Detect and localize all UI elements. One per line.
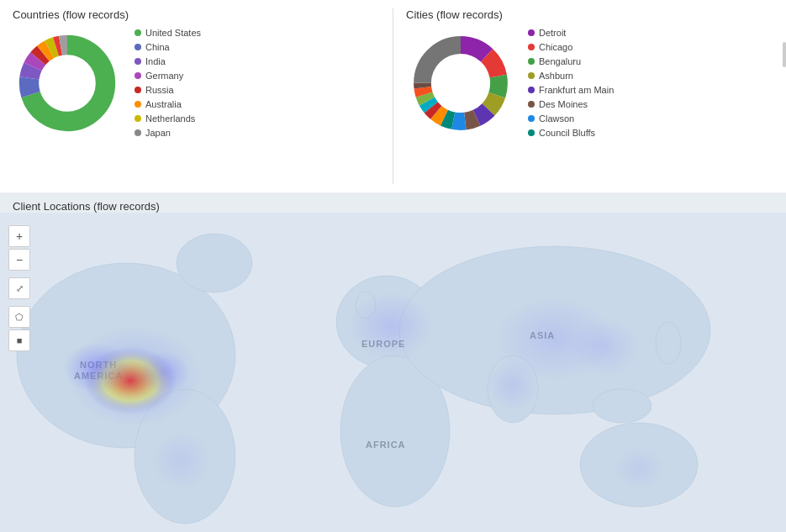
countries-title: Countries (flow records) [13,8,380,21]
legend-dot [528,58,535,65]
legend-item: Chicago [528,42,614,52]
legend-item: India [135,56,201,66]
countries-panel: Countries (flow records) United Stat [0,0,393,192]
legend-dot [135,115,141,122]
world-map: NORTH AMERICA EUROPE ASIA AFRICA [0,213,786,532]
countries-legend: United StatesChinaIndiaGermanyRussiaAust… [135,28,201,138]
legend-dot [528,87,535,93]
svg-point-25 [434,55,488,110]
svg-point-9 [40,55,95,110]
map-section: Client Locations (flow records) + − ⤢ ⬠ … [0,193,786,532]
legend-label: Japan [145,128,171,138]
legend-dot [135,58,141,65]
svg-point-28 [177,234,252,292]
legend-item: Detroit [528,28,614,38]
svg-point-45 [488,360,538,410]
svg-point-35 [593,389,651,423]
svg-point-42 [349,292,433,360]
legend-dot [135,44,141,50]
legend-dot [135,129,141,136]
legend-dot [528,129,535,136]
legend-dot [135,72,141,79]
svg-point-36 [656,322,681,364]
legend-dot [135,101,141,108]
legend-item: Council Bluffs [528,128,614,138]
countries-donut-svg [13,29,122,138]
legend-label: India [145,56,166,66]
legend-label: Clawson [539,113,574,124]
reset-button[interactable]: ⤢ [8,277,30,299]
cities-donut [406,29,515,138]
svg-point-46 [151,431,210,490]
legend-item: Japan [135,128,201,138]
cities-legend: DetroitChicagoBengaluruAshburnFrankfurt … [528,28,614,138]
cities-title: Cities (flow records) [406,8,773,21]
legend-dot [528,29,535,36]
svg-point-47 [614,448,664,490]
legend-label: Australia [145,99,182,109]
legend-dot [528,115,535,122]
legend-item: Russia [135,85,201,95]
legend-label: Des Moines [539,99,588,109]
africa-label: AFRICA [366,440,406,450]
countries-donut [13,29,122,138]
legend-label: Frankfurt am Main [539,85,614,95]
legend-item: Des Moines [528,99,614,109]
scrollbar[interactable] [783,42,786,67]
legend-label: Netherlands [145,113,195,124]
rectangle-tool-button[interactable]: ■ [8,329,30,351]
legend-dot [528,44,535,50]
legend-label: Germany [145,71,183,81]
legend-item: Clawson [528,113,614,124]
svg-point-44 [572,318,639,377]
cities-donut-svg [406,29,515,138]
legend-label: Russia [145,85,174,95]
legend-item: Frankfurt am Main [528,85,614,95]
legend-dot [528,72,535,79]
legend-label: Council Bluffs [539,128,595,138]
legend-label: Detroit [539,28,566,38]
legend-dot [528,101,535,108]
legend-item: Netherlands [135,113,201,124]
legend-dot [135,87,141,93]
legend-item: Australia [135,99,201,109]
legend-item: Bengaluru [528,56,614,66]
svg-point-41 [67,326,202,427]
legend-label: Ashburn [539,71,573,81]
legend-item: Ashburn [528,71,614,81]
legend-label: China [145,42,170,52]
legend-label: Bengaluru [539,56,581,66]
legend-item: Germany [135,71,201,81]
legend-item: China [135,42,201,52]
legend-item: United States [135,28,201,38]
legend-dot [135,29,141,36]
legend-label: Chicago [539,42,572,52]
top-section: Countries (flow records) United Stat [0,0,786,193]
cities-panel: Cities (flow records) [393,0,786,192]
polygon-tool-button[interactable]: ⬠ [8,306,30,328]
map-area: + − ⤢ ⬠ ■ [0,213,786,532]
map-controls: + − ⤢ ⬠ ■ [8,225,30,351]
map-title: Client Locations (flow records) [0,193,786,213]
legend-label: United States [145,28,201,38]
zoom-in-button[interactable]: + [8,225,30,247]
zoom-out-button[interactable]: − [8,249,30,271]
